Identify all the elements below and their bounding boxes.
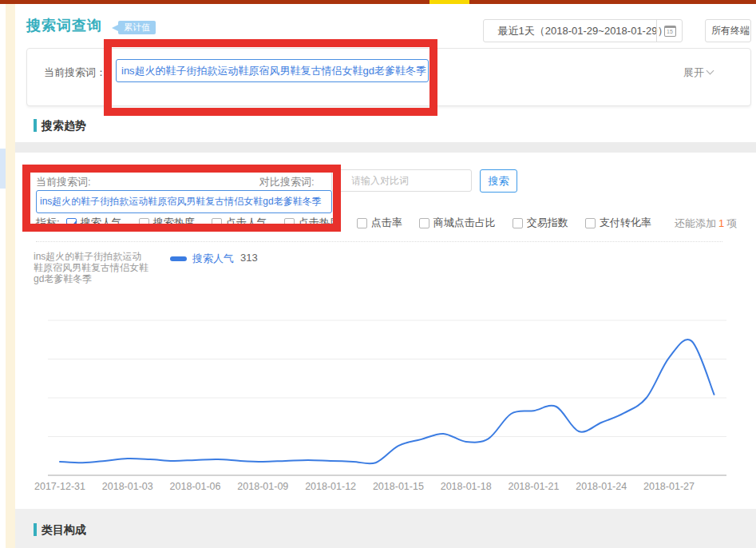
checkbox-icon <box>585 218 596 228</box>
metrics-row: 指标: 搜索人气 搜索热度 点击人气 点击热度 点击率 商城点击占比 交易指数 … <box>36 216 668 230</box>
metrics-label: 指标: <box>36 216 60 230</box>
metric-label: 搜索热度 <box>153 216 195 230</box>
legend-series-name: 搜索人气 <box>192 252 234 266</box>
current-keyword-input[interactable]: ins超火的鞋子街拍款运动鞋原宿风男鞋复古情侣女鞋gd老爹鞋冬季 <box>36 190 332 213</box>
metric-checkbox-transaction-index[interactable]: 交易指数 <box>513 216 568 230</box>
x-tick-label: 2018-01-18 <box>441 481 492 492</box>
x-tick-label: 2018-01-09 <box>237 481 288 492</box>
expand-toggle[interactable]: 展开 <box>683 66 713 80</box>
x-tick-label: 2018-01-15 <box>373 481 424 492</box>
legend-keyword-line: ins超火的鞋子街拍款运动 <box>34 251 169 262</box>
top-query-input[interactable]: ins超火的鞋子街拍款运动鞋原宿风男鞋复古情侣女鞋gd老爹鞋冬季 <box>116 59 429 82</box>
expand-label: 展开 <box>683 66 704 78</box>
x-tick-label: 2018-01-27 <box>643 481 695 492</box>
legend-line-marker <box>170 256 187 261</box>
legend-keyword: ins超火的鞋子街拍款运动 鞋原宿风男鞋复古情侣女鞋 gd老爹鞋冬季 <box>34 251 169 284</box>
metric-label: 支付转化率 <box>600 216 651 230</box>
metric-checkbox-click-heat[interactable]: 点击热度 <box>284 216 340 230</box>
section-accent-bar <box>34 119 37 132</box>
dotted-divider <box>36 241 722 242</box>
x-tick-label: 2018-01-06 <box>170 481 221 492</box>
metric-checkbox-payment-conversion[interactable]: 支付转化率 <box>585 216 651 230</box>
checkbox-icon <box>139 218 149 228</box>
checkbox-icon <box>513 218 523 228</box>
terminal-dropdown-label: 所有终端 <box>711 25 750 36</box>
metric-label: 点击率 <box>371 216 402 230</box>
add-more-count: 1 <box>718 217 724 229</box>
chevron-down-icon <box>707 67 714 75</box>
x-tick-label: 2017-12-31 <box>34 481 85 492</box>
add-more-note: 还能添加1项 <box>675 216 737 231</box>
trend-line <box>60 340 714 463</box>
legend-keyword-line: 鞋原宿风男鞋复古情侣女鞋 <box>34 262 169 273</box>
x-tick-label: 2018-01-24 <box>576 481 627 492</box>
terminal-dropdown[interactable]: 所有终端 <box>705 19 751 42</box>
metric-checkbox-search-popularity[interactable]: 搜索人气 <box>66 216 122 230</box>
section-title-category: 类目构成 <box>42 523 86 538</box>
add-more-prefix: 还能添加 <box>675 217 716 229</box>
legend-series-value: 313 <box>240 252 258 264</box>
badge-arrow-icon <box>112 25 118 31</box>
x-tick-label: 2018-01-12 <box>305 481 356 492</box>
legend-keyword-line: gd老爹鞋冬季 <box>34 273 169 284</box>
trend-line-chart: 2017-12-312018-01-032018-01-062018-01-09… <box>0 300 756 497</box>
compare-keyword-label: 对比搜索词: <box>259 175 315 189</box>
checkbox-icon <box>419 218 429 228</box>
metric-label: 交易指数 <box>527 216 568 230</box>
metric-checkbox-click-popularity[interactable]: 点击人气 <box>212 216 267 230</box>
x-tick-label: 2018-01-03 <box>102 481 153 492</box>
section-separator <box>15 142 756 153</box>
x-tick-label: 2018-01-21 <box>508 481 559 492</box>
checkbox-icon <box>66 218 77 228</box>
checkbox-icon <box>284 218 295 228</box>
metric-label: 商城点击占比 <box>433 216 496 230</box>
section-accent-bar <box>34 523 37 536</box>
browser-top-bar <box>0 0 756 4</box>
compare-keyword-input[interactable] <box>331 169 472 192</box>
cumulative-badge: 累计值 <box>118 21 156 34</box>
current-keyword-label: 当前搜索词: <box>36 175 91 189</box>
page: 搜索词查询 累计值 最近1天（2018-01-29~2018-01-29） 15… <box>0 0 756 548</box>
date-range-picker[interactable]: 最近1天（2018-01-29~2018-01-29） <box>483 19 683 42</box>
metric-label: 点击热度 <box>299 216 340 230</box>
section-title-search-trend: 搜索趋势 <box>42 119 86 133</box>
metric-checkbox-ctr[interactable]: 点击率 <box>357 216 402 230</box>
metric-checkbox-search-heat[interactable]: 搜索热度 <box>139 216 195 230</box>
checkbox-icon <box>357 218 367 228</box>
search-button[interactable]: 搜索 <box>480 169 517 193</box>
metric-label: 点击人气 <box>226 216 267 230</box>
top-query-label: 当前搜索词： <box>44 66 106 80</box>
left-edge-blue-block <box>0 149 6 189</box>
browser-top-bar-highlight <box>429 0 469 4</box>
metric-checkbox-mall-click-share[interactable]: 商城点击占比 <box>419 216 496 230</box>
add-more-suffix: 项 <box>726 217 737 229</box>
calendar-button[interactable]: 15 <box>656 19 683 42</box>
calendar-icon: 15 <box>664 26 676 37</box>
metric-label: 搜索人气 <box>81 216 122 230</box>
checkbox-icon <box>212 218 222 228</box>
page-title: 搜索词查询 <box>26 16 102 35</box>
category-section-band <box>15 509 756 548</box>
